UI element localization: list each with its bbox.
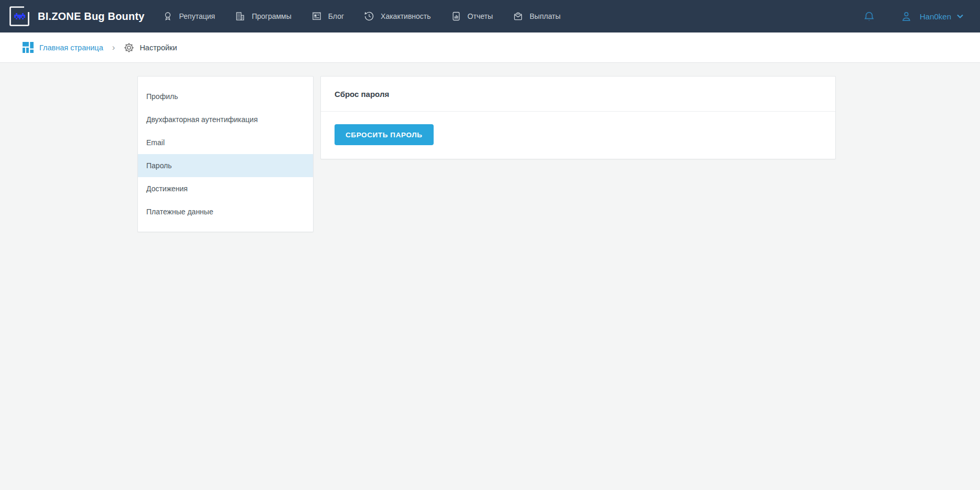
medal-icon xyxy=(163,11,173,21)
chevron-down-icon xyxy=(956,12,964,20)
breadcrumb: Главная страница › Настройки xyxy=(0,32,980,63)
bell-icon xyxy=(863,10,875,23)
gear-icon xyxy=(124,42,134,53)
bug-logo-icon xyxy=(14,13,25,19)
newspaper-icon xyxy=(311,11,322,21)
settings-nav-item-achievements[interactable]: Достижения xyxy=(138,177,313,200)
nav-item-reports[interactable]: Отчеты xyxy=(451,0,493,32)
settings-nav-item-payment-data[interactable]: Платежные данные xyxy=(138,200,313,223)
breadcrumb-home-link[interactable]: Главная страница xyxy=(23,42,103,53)
notifications-button[interactable] xyxy=(863,10,875,23)
user-name: Han0ken xyxy=(920,12,951,21)
history-icon xyxy=(364,11,374,21)
breadcrumb-separator: › xyxy=(112,42,115,53)
navbar-right: Han0ken xyxy=(863,10,964,23)
panel-header: Сброс пароля xyxy=(321,77,835,112)
nav-item-label: Репутация xyxy=(179,12,216,20)
dashboard-icon xyxy=(23,42,34,53)
reset-password-button[interactable]: СБРОСИТЬ ПАРОЛЬ xyxy=(335,124,434,145)
nav-item-label: Выплаты xyxy=(530,12,561,20)
settings-nav-item-password[interactable]: Пароль xyxy=(138,154,313,177)
briefcase-icon xyxy=(513,11,523,21)
nav-item-blog[interactable]: Блог xyxy=(311,0,344,32)
bizone-logo[interactable] xyxy=(8,5,30,27)
main-nav: Репутация Программы xyxy=(163,0,581,32)
nav-item-label: Отчеты xyxy=(468,12,493,20)
panel-title: Сброс пароля xyxy=(335,90,822,99)
nav-item-reputation[interactable]: Репутация xyxy=(163,0,216,32)
password-reset-panel: Сброс пароля СБРОСИТЬ ПАРОЛЬ xyxy=(320,76,836,159)
settings-nav: Профиль Двухфакторная аутентификация Ema… xyxy=(137,76,314,232)
brand-title[interactable]: BI.ZONE Bug Bounty xyxy=(38,10,145,23)
breadcrumb-home-label: Главная страница xyxy=(39,43,103,52)
settings-nav-item-2fa[interactable]: Двухфакторная аутентификация xyxy=(138,108,313,131)
settings-nav-item-profile[interactable]: Профиль xyxy=(138,85,313,108)
user-icon xyxy=(900,10,912,23)
nav-item-programs[interactable]: Программы xyxy=(235,0,292,32)
nav-item-label: Хакактивность xyxy=(381,12,431,20)
nav-item-hacktivity[interactable]: Хакактивность xyxy=(364,0,431,32)
settings-nav-item-email[interactable]: Email xyxy=(138,131,313,154)
breadcrumb-current-label: Настройки xyxy=(139,43,177,52)
user-menu[interactable]: Han0ken xyxy=(900,10,964,23)
panel-body: СБРОСИТЬ ПАРОЛЬ xyxy=(321,112,835,159)
nav-item-label: Программы xyxy=(252,12,292,20)
top-navbar: BI.ZONE Bug Bounty Репутация xyxy=(0,0,980,32)
nav-item-label: Блог xyxy=(328,12,344,20)
settings-page: Профиль Двухфакторная аутентификация Ema… xyxy=(0,63,980,232)
building-icon xyxy=(235,11,245,21)
nav-item-payouts[interactable]: Выплаты xyxy=(513,0,561,32)
report-icon xyxy=(451,11,461,21)
breadcrumb-current: Настройки xyxy=(124,42,177,53)
